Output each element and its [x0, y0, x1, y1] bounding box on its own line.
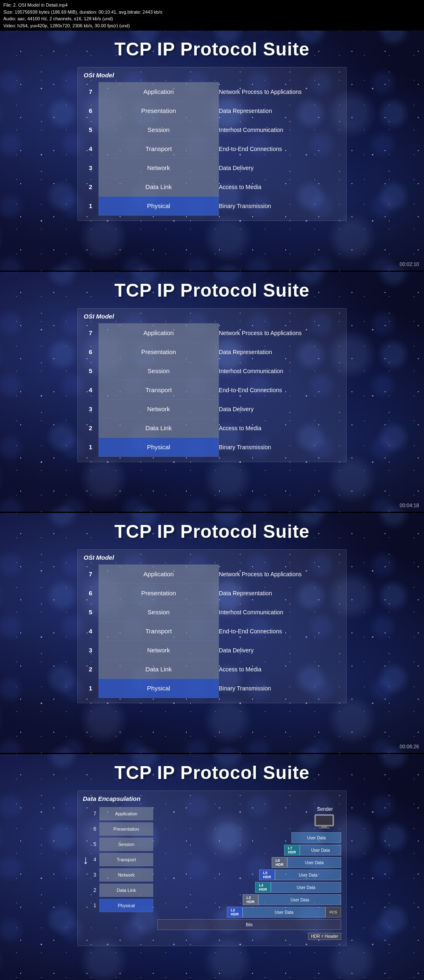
slide-3-timestamp: 00:06:26 — [400, 744, 419, 750]
layer-number: 4 — [83, 622, 99, 641]
svg-rect-2 — [321, 826, 327, 827]
data-cell: User Data — [243, 907, 325, 918]
layer-description: Data Representation — [219, 101, 341, 120]
encap-layer-num: 1 — [90, 903, 99, 908]
layer-number: 5 — [83, 120, 99, 139]
layer-name: Network — [99, 641, 219, 660]
layer-name: Physical — [99, 679, 219, 698]
layer-number: 6 — [83, 101, 99, 120]
data-cell: User Data — [271, 882, 341, 893]
table-row: 4TransportEnd-to-End Connections — [83, 622, 341, 641]
stack-row: Bits — [157, 919, 341, 930]
encap-layer-cell: Presentation — [99, 822, 153, 836]
table-row: 7ApplicationNetwork Process to Applicati… — [83, 323, 341, 343]
layer-name: Session — [99, 603, 219, 622]
stack-row: L4 HDRUser Data — [157, 882, 341, 893]
layer-description: Interhost Communication — [219, 603, 341, 622]
table-row: 4TransportEnd-to-End Connections — [83, 381, 341, 400]
fcs-cell: FCS — [325, 907, 341, 918]
slide-3-osi-label: OSI Model — [83, 554, 341, 561]
encap-layer-cell: Application — [99, 807, 153, 820]
layer-name: Network — [99, 158, 219, 177]
layer-number: 7 — [83, 565, 99, 584]
stack-row: User Data — [157, 832, 341, 843]
slide-2-title: TCP IP Protocol Suite — [114, 280, 310, 301]
slide-2-timestamp: 00:04:18 — [400, 503, 419, 508]
data-cell: User Data — [258, 894, 341, 905]
layer-description: Data Delivery — [219, 400, 341, 419]
layer-description: End-to-End Connections — [219, 381, 341, 400]
table-row: 6PresentationData Representation — [83, 584, 341, 603]
layer-description: Interhost Communication — [219, 120, 341, 139]
encap-osi-row: 6Presentation — [90, 822, 153, 836]
encap-osi-row: 7Application — [90, 806, 153, 821]
slide-3: TCP IP Protocol Suite OSI Model 7Applica… — [0, 513, 424, 753]
hdr-cell: L6 HDR — [272, 857, 287, 868]
file-info-line3: Audio: aac, 44100 Hz, 2 channels, s16, 1… — [3, 15, 421, 22]
table-row: 5SessionInterhost Communication — [83, 120, 341, 139]
slide-4-title: TCP IP Protocol Suite — [114, 762, 310, 783]
layer-description: End-to-End Connections — [219, 622, 341, 641]
table-row: 5SessionInterhost Communication — [83, 603, 341, 622]
layer-number: 1 — [83, 196, 99, 216]
table-row: 4TransportEnd-to-End Connections — [83, 139, 341, 158]
slide-1: TCP IP Protocol Suite OSI Model 7Applica… — [0, 31, 424, 271]
layer-number: 7 — [83, 82, 99, 101]
encap-layer-num: 5 — [90, 841, 99, 847]
computer-icon — [314, 814, 335, 829]
stack-row: L3 HDRUser Data — [157, 894, 341, 906]
slide-2-content: TCP IP Protocol Suite OSI Model 7Applica… — [8, 280, 416, 462]
layer-description: Data Delivery — [219, 158, 341, 177]
slide-1-title: TCP IP Protocol Suite — [114, 39, 310, 60]
layer-name: Data Link — [99, 660, 219, 679]
layer-name: Session — [99, 362, 219, 381]
arrow-down-icon: ↓ — [83, 854, 89, 866]
table-row: 1PhysicalBinary Transmission — [83, 196, 341, 216]
encap-right: Sender User DataL7 HDRUser DataL6 HDRUse… — [157, 806, 341, 940]
hdr-cell: L3 HDR — [243, 894, 258, 905]
slide-1-osi-container: OSI Model 7ApplicationNetwork Process to… — [77, 67, 347, 221]
slide-1-osi-label: OSI Model — [83, 72, 341, 79]
encap-layer-cell: Transport — [99, 853, 153, 866]
slide-1-timestamp: 00:02:10 — [400, 261, 419, 267]
layer-name: Transport — [99, 381, 219, 400]
encap-layer-cell: Session — [99, 838, 153, 851]
layer-description: Access to Media — [219, 177, 341, 196]
slide-4-content: TCP IP Protocol Suite Data Encapsulation… — [8, 762, 416, 946]
layer-name: Transport — [99, 622, 219, 641]
layer-name: Transport — [99, 139, 219, 158]
file-info-line1: File: 2. OSI Model in Detail.mp4 — [3, 2, 421, 9]
encap-layer-num: 4 — [90, 857, 99, 863]
encap-osi-row: 1Physical — [90, 898, 153, 913]
encap-layer-num: 3 — [90, 872, 99, 878]
table-row: 2Data LinkAccess to Media — [83, 177, 341, 196]
encap-layer-num: 7 — [90, 811, 99, 817]
layer-name: Session — [99, 120, 219, 139]
svg-rect-1 — [316, 816, 332, 825]
stack-row: L7 HDRUser Data — [157, 844, 341, 856]
encap-body: ↓ 7Application6Presentation5Session4Tran… — [83, 806, 341, 940]
slide-2-osi-label: OSI Model — [83, 313, 341, 320]
stack-row: L5 HDRUser Data — [157, 869, 341, 881]
layer-description: Data Delivery — [219, 641, 341, 660]
encap-osi-row: 3Network — [90, 867, 153, 882]
legend-box: HDR = Header — [308, 933, 341, 940]
layer-number: 6 — [83, 343, 99, 362]
encap-osi-row: 5Session — [90, 837, 153, 852]
layer-number: 7 — [83, 323, 99, 343]
table-row: 3NetworkData Delivery — [83, 400, 341, 419]
data-cell: User Data — [292, 832, 341, 843]
table-row: 1PhysicalBinary Transmission — [83, 438, 341, 457]
table-row: 7ApplicationNetwork Process to Applicati… — [83, 565, 341, 584]
layer-number: 3 — [83, 641, 99, 660]
table-row: 6PresentationData Representation — [83, 101, 341, 120]
layer-description: Data Representation — [219, 584, 341, 603]
layer-name: Application — [99, 565, 219, 584]
table-row: 1PhysicalBinary Transmission — [83, 679, 341, 698]
layer-name: Network — [99, 400, 219, 419]
layer-number: 2 — [83, 177, 99, 196]
table-row: 3NetworkData Delivery — [83, 641, 341, 660]
layer-name: Presentation — [99, 101, 219, 120]
encap-left: ↓ 7Application6Presentation5Session4Tran… — [83, 806, 153, 940]
layer-description: Binary Transmission — [219, 196, 341, 216]
